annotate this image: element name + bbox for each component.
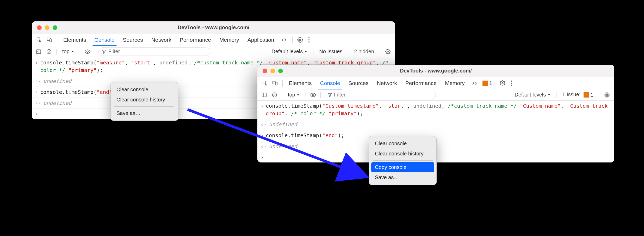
undefined-value: undefined	[269, 121, 297, 128]
svg-point-24	[312, 94, 314, 96]
filter-input[interactable]: Filter	[98, 47, 210, 56]
inspect-element-icon[interactable]	[34, 37, 44, 43]
divider	[95, 49, 95, 55]
menu-item-save-as[interactable]: Save as…	[371, 172, 434, 183]
divider	[320, 92, 321, 98]
clear-console-icon[interactable]	[270, 92, 279, 98]
tab-sources[interactable]: Sources	[119, 34, 147, 46]
svg-line-23	[273, 93, 276, 96]
tab-sources[interactable]: Sources	[345, 77, 372, 89]
issues-status[interactable]: No Issues	[317, 49, 345, 55]
code: console.timeStamp("end");	[40, 88, 119, 96]
issues-status[interactable]: 1 Issue: ! 1	[560, 92, 596, 98]
more-options-icon[interactable]	[306, 37, 312, 43]
settings-icon[interactable]	[295, 37, 305, 43]
menu-item-clear-history[interactable]: Clear console history	[371, 149, 434, 159]
tabbar: Elements Console Sources Network Perform…	[257, 77, 614, 89]
log-levels-select[interactable]: Default levels	[512, 91, 553, 99]
tab-performance[interactable]: Performance	[176, 34, 215, 46]
svg-rect-20	[262, 93, 267, 97]
console-toolbar: top Filter Default levels No Issues 2 hi…	[32, 46, 395, 57]
tab-elements[interactable]: Elements	[60, 34, 90, 46]
warning-icon: !	[482, 81, 488, 86]
tab-console[interactable]: Console	[91, 34, 118, 46]
device-toolbar-icon[interactable]	[45, 37, 54, 43]
more-options-icon[interactable]	[509, 80, 514, 86]
titlebar: DevTools - www.google.com/	[32, 21, 395, 34]
console-input-line[interactable]: › console.timeStamp("Custom timestamp", …	[257, 101, 614, 119]
divider	[556, 92, 556, 98]
filter-icon	[328, 93, 332, 97]
code: console.timeStamp("Custom timestamp", "s…	[266, 102, 611, 117]
console-output-line: ‹· undefined	[257, 119, 614, 130]
zoom-window-button[interactable]	[278, 69, 283, 73]
divider	[282, 92, 282, 98]
svg-point-5	[308, 39, 309, 40]
divider	[313, 49, 313, 55]
chevron-down-icon	[304, 50, 307, 53]
settings-icon[interactable]	[498, 80, 507, 86]
tab-performance[interactable]: Performance	[402, 77, 440, 89]
svg-rect-15	[275, 82, 277, 85]
svg-point-16	[502, 82, 504, 84]
filter-placeholder: Filter	[334, 92, 345, 98]
console-settings-icon[interactable]	[383, 49, 393, 54]
filter-input[interactable]: Filter	[324, 91, 436, 99]
tab-memory[interactable]: Memory	[216, 34, 243, 46]
svg-point-12	[387, 51, 389, 52]
more-tabs-icon[interactable]	[279, 38, 290, 42]
undefined-value: undefined	[269, 143, 297, 150]
devtools-window-right: DevTools - www.google.com/ Elements Cons…	[257, 65, 614, 162]
tab-network[interactable]: Network	[148, 34, 175, 46]
execution-context-select[interactable]: top	[285, 91, 302, 99]
clear-console-icon[interactable]	[45, 49, 53, 55]
minimize-window-button[interactable]	[45, 25, 49, 30]
titlebar: DevTools - www.google.com/	[257, 65, 614, 77]
close-window-button[interactable]	[263, 69, 267, 73]
menu-item-save-as[interactable]: Save as…	[113, 108, 176, 118]
menu-item-clear-history[interactable]: Clear console history	[113, 95, 176, 105]
chevron-down-icon	[297, 93, 300, 96]
tab-elements[interactable]: Elements	[285, 77, 315, 89]
minimize-window-button[interactable]	[270, 69, 275, 73]
tabbar: Elements Console Sources Network Perform…	[32, 34, 395, 46]
divider	[292, 37, 293, 43]
live-expression-icon[interactable]	[309, 92, 317, 98]
divider	[348, 49, 348, 55]
menu-item-clear-console[interactable]: Clear console	[371, 138, 434, 149]
output-arrow-icon: ‹·	[35, 99, 41, 107]
log-levels-select[interactable]: Default levels	[269, 47, 310, 56]
tabbar-issue-badge[interactable]: ! 1	[482, 80, 492, 86]
tab-application[interactable]: Application	[244, 34, 278, 46]
toggle-sidebar-icon[interactable]	[34, 49, 43, 55]
input-arrow-icon: ›	[261, 132, 264, 139]
tab-network[interactable]: Network	[373, 77, 401, 89]
execution-context-select[interactable]: top	[60, 47, 77, 56]
tab-console[interactable]: Console	[317, 77, 344, 89]
toggle-sidebar-icon[interactable]	[260, 92, 268, 98]
levels-label: Default levels	[515, 92, 546, 98]
console-settings-icon[interactable]	[602, 92, 612, 98]
more-tabs-icon[interactable]	[469, 81, 480, 86]
input-arrow-icon: ›	[35, 88, 38, 96]
input-arrow-icon: ›	[261, 102, 264, 117]
menu-item-clear-console[interactable]: Clear console	[113, 84, 176, 95]
live-expression-icon[interactable]	[83, 49, 92, 55]
device-toolbar-icon[interactable]	[270, 80, 280, 86]
svg-point-25	[606, 94, 608, 95]
filter-placeholder: Filter	[108, 49, 120, 55]
tab-memory[interactable]: Memory	[441, 77, 468, 89]
svg-line-10	[48, 50, 51, 53]
close-window-button[interactable]	[37, 25, 42, 30]
undefined-value: undefined	[43, 99, 71, 107]
traffic-lights	[32, 25, 57, 30]
inspect-element-icon[interactable]	[260, 80, 269, 86]
issue-count: 1	[489, 80, 492, 86]
input-arrow-icon: ›	[35, 59, 38, 74]
zoom-window-button[interactable]	[53, 25, 57, 30]
output-arrow-icon: ‹·	[261, 143, 267, 150]
divider	[306, 92, 306, 98]
hidden-messages-count[interactable]: 2 hidden	[351, 49, 377, 55]
output-arrow-icon: ‹·	[35, 77, 41, 85]
menu-item-copy-console[interactable]: Copy console	[371, 162, 434, 172]
